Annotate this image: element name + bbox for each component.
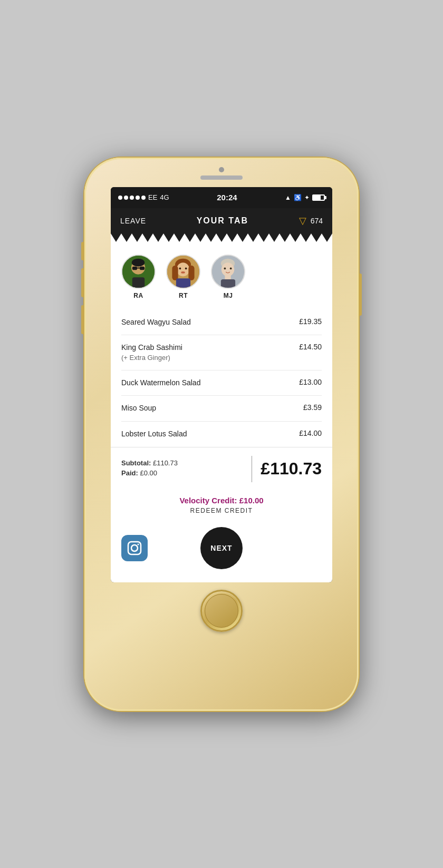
instagram-button[interactable] [121, 535, 148, 561]
tab-count: 674 [311, 217, 323, 225]
item-name-5: Lobster Lotus Salad [121, 429, 293, 440]
item-name-3: Duck Watermelon Salad [121, 378, 293, 388]
summary-divider [252, 456, 252, 482]
receipt-content: RA [111, 242, 332, 447]
summary-left: Subtotal: £110.73 Paid: £0.00 [121, 459, 243, 479]
nav-right-area: ▽ 674 [299, 215, 323, 227]
phone-top-area [84, 158, 359, 180]
avatar-face-ra [122, 256, 155, 288]
instagram-icon [127, 540, 142, 556]
svg-point-9 [177, 262, 189, 276]
signal-dot-1 [118, 196, 122, 200]
svg-rect-22 [221, 279, 235, 288]
avatar-bg-ra [122, 256, 155, 288]
signal-dot-4 [136, 196, 140, 200]
status-time: 20:24 [217, 193, 237, 202]
signal-dot-2 [124, 196, 128, 200]
phone-screen: EE 4G 20:24 ▲ ♿ ✦ LEAVE YOUR TAB [111, 187, 332, 582]
order-item-1: Seared Wagyu Salad £19.35 [121, 310, 322, 336]
avatar-label-ra: RA [133, 292, 143, 299]
svg-point-2 [132, 258, 145, 266]
avatar-row: RA [121, 250, 322, 299]
phone-body: EE 4G 20:24 ▲ ♿ ✦ LEAVE YOUR TAB [84, 158, 359, 711]
subtotal-value: £110.73 [153, 459, 178, 467]
avatar-mj: MJ [211, 255, 245, 299]
item-note-2: (+ Extra Ginger) [121, 353, 293, 363]
svg-point-24 [131, 545, 138, 551]
signal-dot-5 [141, 196, 146, 200]
svg-rect-11 [188, 265, 194, 280]
avatar-circle-mj [211, 255, 245, 289]
svg-rect-4 [140, 266, 145, 270]
paid-label: Paid: [121, 469, 138, 477]
velocity-section: Velocity Credit: £10.00 REDEEM CREDIT [111, 491, 332, 520]
avatar-rt: RT [166, 255, 200, 299]
avatar-circle-rt [166, 255, 200, 289]
paid-row: Paid: £0.00 [121, 469, 243, 477]
front-camera [219, 167, 224, 172]
svg-rect-6 [132, 277, 145, 288]
avatar-ra: RA [121, 255, 156, 299]
network-type: 4G [160, 193, 169, 201]
svg-point-21 [230, 267, 232, 269]
avatar-face-rt [167, 256, 199, 288]
battery-fill [313, 196, 321, 200]
order-item-3: Duck Watermelon Salad £13.00 [121, 370, 322, 396]
svg-rect-3 [132, 266, 137, 270]
volume-up-button[interactable] [81, 268, 84, 297]
battery-icon [312, 194, 325, 201]
receipt-area: RA [111, 233, 332, 582]
avatar-circle-ra [121, 255, 156, 289]
avatar-label-rt: RT [179, 292, 188, 299]
earpiece-speaker [200, 175, 243, 180]
item-price-3: £13.00 [299, 378, 322, 386]
filter-icon[interactable]: ▽ [299, 215, 306, 227]
svg-point-20 [224, 267, 226, 269]
summary-total: £110.73 [261, 459, 322, 479]
phone-device: EE 4G 20:24 ▲ ♿ ✦ LEAVE YOUR TAB [84, 158, 359, 711]
item-price-4: £3.59 [303, 403, 322, 412]
status-bar: EE 4G 20:24 ▲ ♿ ✦ [111, 187, 332, 208]
avatar-bg-mj [212, 256, 244, 288]
avatar-face-mj [212, 256, 244, 288]
redeem-credit-button[interactable]: REDEEM CREDIT [121, 507, 322, 514]
order-item-2: King Crab Sashimi (+ Extra Ginger) £14.5… [121, 335, 322, 370]
page-title: YOUR TAB [197, 216, 248, 226]
summary-section: Subtotal: £110.73 Paid: £0.00 £110.73 [111, 447, 332, 491]
next-button[interactable]: NEXT [200, 527, 243, 569]
item-name-1: Seared Wagyu Salad [121, 317, 293, 328]
home-button[interactable] [200, 590, 243, 632]
svg-rect-15 [176, 278, 190, 288]
alarm-icon: ♿ [294, 194, 302, 201]
svg-point-18 [222, 262, 234, 276]
signal-dots [118, 196, 146, 200]
item-price-2: £14.50 [299, 343, 322, 351]
bluetooth-icon: ✦ [304, 194, 310, 201]
subtotal-label: Subtotal: [121, 459, 151, 467]
svg-rect-23 [128, 542, 141, 554]
receipt-zigzag-edge [111, 233, 332, 242]
item-name-4: Miso Soup [121, 403, 297, 414]
paid-value: £0.00 [140, 469, 157, 477]
carrier-label: EE [148, 193, 157, 201]
svg-rect-10 [172, 265, 178, 280]
bottom-bar: NEXT [111, 520, 332, 579]
leave-button[interactable]: LEAVE [120, 217, 146, 225]
next-label: NEXT [210, 544, 232, 552]
nav-bar: LEAVE YOUR TAB ▽ 674 [111, 208, 332, 233]
item-price-5: £14.00 [299, 429, 322, 437]
mute-button[interactable] [81, 242, 84, 260]
svg-point-25 [138, 543, 139, 545]
item-name-2: King Crab Sashimi (+ Extra Ginger) [121, 343, 293, 363]
volume-down-button[interactable] [81, 305, 84, 334]
svg-point-13 [185, 267, 187, 269]
order-item-4: Miso Soup £3.59 [121, 396, 322, 422]
home-button-inner [205, 594, 238, 628]
power-button[interactable] [359, 274, 362, 316]
svg-rect-19 [225, 274, 230, 279]
signal-dot-3 [130, 196, 134, 200]
subtotal-row: Subtotal: £110.73 [121, 459, 243, 467]
status-right: ▲ ♿ ✦ [285, 194, 325, 201]
svg-point-12 [179, 267, 181, 269]
avatar-label-mj: MJ [224, 292, 233, 299]
